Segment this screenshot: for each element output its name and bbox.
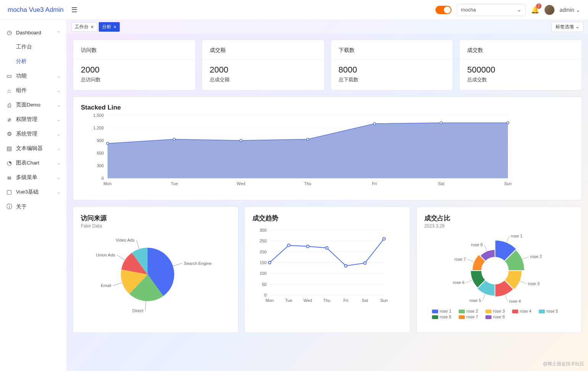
stat-card: 访问数2000总访问数	[73, 40, 196, 90]
chevron-down-icon: ⌄	[57, 175, 60, 180]
tab-options-label: 标签选项	[556, 24, 574, 30]
svg-text:1,500: 1,500	[93, 113, 104, 118]
tab-options[interactable]: 标签选项 ⌄	[551, 22, 583, 32]
close-icon[interactable]: ×	[91, 24, 94, 30]
svg-rect-92	[459, 315, 465, 319]
close-icon[interactable]: ×	[114, 24, 117, 30]
svg-point-15	[307, 138, 309, 140]
tab-label: 分析	[102, 24, 111, 30]
chevron-down-icon: ⌄	[575, 24, 579, 29]
svg-point-56	[383, 237, 386, 240]
sidebar-item[interactable]: ▢Vue3基础⌄	[0, 185, 66, 199]
stat-value: 2000	[81, 65, 188, 75]
svg-rect-88	[539, 310, 545, 313]
chevron-down-icon: ⌄	[576, 7, 580, 13]
svg-point-53	[326, 247, 328, 249]
svg-text:rose 2: rose 2	[466, 309, 478, 313]
svg-text:600: 600	[97, 151, 104, 155]
stat-card: 成交数500000总成交数	[459, 40, 582, 90]
svg-text:Email: Email	[101, 283, 111, 288]
theme-toggle[interactable]	[435, 6, 451, 14]
main-content: 工作台×分析× 标签选项 ⌄ 访问数2000总访问数成交额2000总成交额下载数…	[67, 20, 588, 371]
svg-text:rose 7: rose 7	[466, 315, 478, 319]
svg-text:Sun: Sun	[504, 181, 512, 186]
sidebar-item[interactable]: ⎙页面Demo⌄	[0, 98, 66, 112]
tab[interactable]: 工作台×	[71, 22, 97, 32]
sidebar-item[interactable]: 工作台	[0, 40, 66, 54]
tab[interactable]: 分析×	[99, 22, 120, 32]
project-select-value: mocha	[461, 7, 476, 13]
sidebar-icon: ⌂	[6, 87, 12, 94]
svg-text:Sat: Sat	[362, 298, 368, 303]
svg-point-12	[106, 142, 109, 145]
sidebar-item[interactable]: 分析	[0, 54, 66, 69]
svg-line-30	[113, 283, 122, 286]
sidebar-item-label: 系统管理	[16, 131, 37, 137]
sidebar-item[interactable]: ⓘ关于	[0, 199, 66, 214]
svg-text:100: 100	[260, 271, 267, 276]
sidebar-item[interactable]: ⚙系统管理⌄	[0, 127, 66, 141]
app-logo[interactable]: mocha Vue3 Admin	[8, 6, 64, 14]
svg-point-50	[268, 261, 271, 264]
rose-chart: rose 1rose 2rose 3rose 4rose 5rose 6rose…	[424, 229, 566, 324]
svg-line-74	[466, 280, 472, 283]
chevron-down-icon: ⌄	[57, 146, 60, 151]
chevron-down-icon: ⌄	[57, 190, 60, 195]
svg-text:0: 0	[264, 293, 267, 297]
svg-line-68	[520, 281, 526, 284]
svg-rect-90	[432, 315, 438, 319]
svg-text:Fri: Fri	[344, 298, 349, 303]
svg-text:rose 4: rose 4	[509, 299, 521, 303]
sidebar-item[interactable]: ◷Dashboard⌄	[0, 25, 66, 40]
sidebar-icon: ⎙	[6, 102, 12, 108]
sidebar-item-label: 页面Demo	[16, 102, 40, 108]
stat-title: 成交额	[210, 47, 316, 54]
stat-card: 成交额2000总成交额	[202, 40, 325, 90]
user-menu[interactable]: admin ⌄	[560, 7, 580, 13]
svg-line-64	[506, 236, 509, 242]
stat-value: 2000	[210, 65, 316, 75]
menu-toggle-icon[interactable]: ☰	[71, 6, 77, 14]
stacked-line-panel: Stacked Line 03006009001,2001,500MonTueW…	[73, 97, 582, 200]
sidebar-item[interactable]: ⌀权限管理⌄	[0, 112, 66, 127]
svg-line-32	[117, 255, 125, 260]
sidebar-item[interactable]: ⌂组件⌄	[0, 83, 66, 98]
sidebar-item-label: 图表Chart	[16, 160, 39, 166]
watermark: @稀土掘金技术社区	[543, 361, 584, 367]
svg-text:rose 3: rose 3	[493, 309, 505, 313]
sidebar-icon: ▭	[6, 73, 12, 79]
notifications[interactable]: 🔔 2	[531, 6, 539, 14]
svg-text:rose 6: rose 6	[440, 315, 451, 319]
stat-sub: 总成交数	[467, 76, 574, 83]
svg-text:Sat: Sat	[438, 181, 445, 186]
chevron-down-icon: ⌄	[57, 117, 60, 122]
sidebar-item[interactable]: ≣多级菜单⌄	[0, 170, 66, 185]
notification-badge: 2	[536, 3, 541, 9]
sidebar-item[interactable]: ◔图表Chart⌄	[0, 156, 66, 170]
svg-text:rose 8: rose 8	[493, 315, 505, 319]
svg-line-72	[482, 294, 485, 300]
svg-text:Wed: Wed	[237, 181, 245, 186]
svg-text:rose 8: rose 8	[471, 242, 483, 247]
svg-text:0: 0	[101, 176, 104, 181]
avatar[interactable]	[545, 5, 554, 15]
sidebar-item[interactable]: ▤文本编辑器⌄	[0, 141, 66, 156]
trend-panel: 成交趋势 050100150200250300MonTueWedThuFriSa…	[244, 206, 410, 333]
svg-text:300: 300	[97, 163, 104, 168]
project-select[interactable]: mocha ⌄	[457, 4, 525, 16]
stat-title: 下载数	[339, 47, 445, 54]
stacked-line-chart: 03006009001,2001,500MonTueWedThuFriSatSu…	[81, 111, 516, 192]
svg-text:rose 7: rose 7	[454, 257, 466, 261]
sidebar-item-label: 关于	[16, 203, 27, 210]
pie-source-panel: 访问来源 Fake Data Search EngineDirectEmailU…	[73, 206, 238, 333]
svg-text:Sun: Sun	[381, 298, 388, 303]
svg-text:Tue: Tue	[285, 298, 292, 303]
chevron-down-icon: ⌄	[57, 74, 60, 79]
sidebar-icon: ◷	[6, 29, 12, 36]
sidebar-item[interactable]: ▭功能⌄	[0, 69, 66, 83]
sidebar-item-label: 权限管理	[16, 116, 37, 123]
svg-line-76	[468, 259, 474, 262]
svg-text:1,200: 1,200	[93, 126, 104, 130]
sidebar-icon: ⌀	[6, 116, 12, 123]
svg-point-13	[173, 138, 175, 140]
